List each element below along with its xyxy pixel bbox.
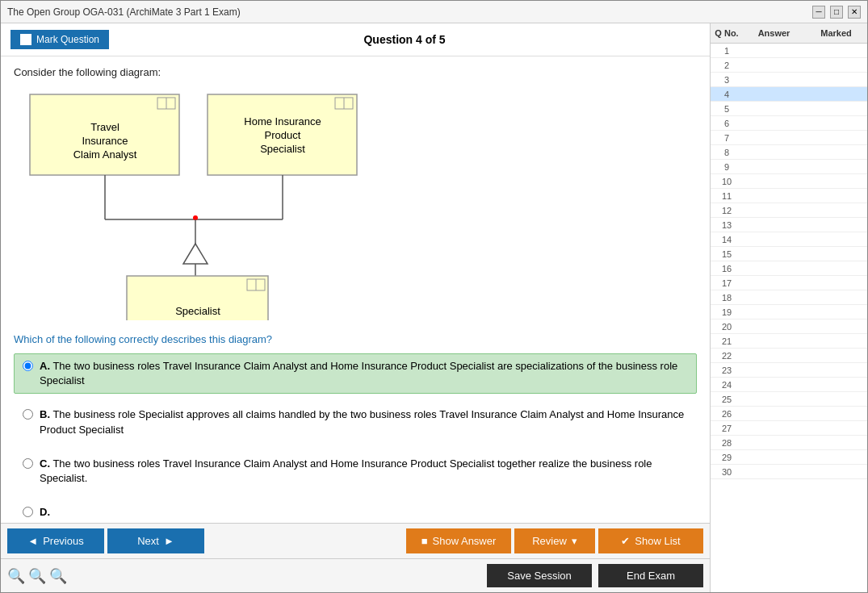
footer-right: Save Session End Exam [67, 564, 703, 587]
q-number: 17 [711, 276, 743, 290]
show-list-button[interactable]: ✔ Show List [598, 528, 703, 553]
radio-a[interactable] [23, 361, 33, 371]
q-marked [805, 436, 867, 449]
maximize-icon: □ [834, 7, 839, 16]
q-row[interactable]: 28 [711, 436, 867, 450]
diagram-svg: Travel Insurance Claim Analyst Home Insu… [14, 86, 393, 320]
q-row[interactable]: 27 [711, 421, 867, 436]
close-button[interactable]: ✕ [848, 6, 861, 19]
q-answer [743, 421, 805, 435]
save-session-button[interactable]: Save Session [487, 564, 592, 587]
option-b[interactable]: B. The business role Specialist approves… [14, 402, 697, 442]
show-answer-button[interactable]: ■ Show Answer [406, 528, 511, 553]
q-number: 19 [711, 305, 743, 319]
next-arrow-icon: ► [164, 535, 174, 547]
q-number: 13 [711, 218, 743, 232]
q-marked [805, 203, 867, 217]
q-row[interactable]: 30 [711, 465, 867, 479]
next-button[interactable]: Next ► [107, 528, 204, 553]
radio-d[interactable] [23, 507, 33, 517]
q-row[interactable]: 7 [711, 131, 867, 145]
review-label: Review [532, 535, 567, 547]
mark-question-button[interactable]: Mark Question [10, 30, 109, 49]
minimize-icon: ─ [816, 7, 821, 16]
q-number: 5 [711, 102, 743, 115]
q-row[interactable]: 4 [711, 87, 867, 102]
q-row[interactable]: 9 [711, 160, 867, 174]
maximize-button[interactable]: □ [830, 6, 843, 19]
end-exam-label: End Exam [627, 570, 675, 582]
q-row[interactable]: 12 [711, 203, 867, 218]
box1-text-line1: Travel [90, 121, 120, 133]
zoom-out-button[interactable]: 🔍 [7, 567, 25, 585]
review-arrow-icon: ▾ [572, 535, 577, 547]
q-answer [743, 160, 805, 173]
q-row[interactable]: 20 [711, 319, 867, 334]
end-exam-button[interactable]: End Exam [598, 564, 703, 587]
box3-text: Specialist [175, 305, 220, 317]
q-row[interactable]: 19 [711, 305, 867, 319]
q-row[interactable]: 13 [711, 218, 867, 232]
box1-text-line3: Claim Analyst [73, 148, 137, 161]
q-marked [805, 349, 867, 362]
radio-c[interactable] [23, 458, 33, 469]
q-row[interactable]: 24 [711, 378, 867, 392]
q-row[interactable]: 17 [711, 276, 867, 290]
q-row[interactable]: 26 [711, 407, 867, 421]
q-row[interactable]: 3 [711, 73, 867, 87]
q-marked [805, 160, 867, 173]
left-panel: Mark Question Question 4 of 5 Consider t… [1, 23, 710, 592]
q-marked [805, 247, 867, 261]
q-number: 6 [711, 116, 743, 130]
q-number: 3 [711, 73, 743, 86]
q-row[interactable]: 23 [711, 363, 867, 378]
q-answer [743, 189, 805, 203]
q-answer [743, 116, 805, 130]
q-marked [805, 218, 867, 232]
q-row[interactable]: 15 [711, 247, 867, 261]
q-row[interactable]: 14 [711, 232, 867, 247]
option-c[interactable]: C. The two business roles Travel Insuran… [14, 451, 697, 491]
q-marked [805, 378, 867, 391]
q-marked [805, 334, 867, 348]
question-area: Consider the following diagram: Travel I… [1, 56, 710, 523]
q-row[interactable]: 22 [711, 349, 867, 363]
q-marked [805, 189, 867, 203]
q-row[interactable]: 29 [711, 450, 867, 465]
q-number: 16 [711, 261, 743, 275]
q-row[interactable]: 16 [711, 261, 867, 276]
q-answer [743, 203, 805, 217]
q-row[interactable]: 25 [711, 392, 867, 407]
q-number: 27 [711, 421, 743, 435]
minimize-button[interactable]: ─ [812, 6, 825, 19]
zoom-in-button[interactable]: 🔍 [49, 567, 67, 585]
review-button[interactable]: Review ▾ [514, 528, 595, 553]
footer-bar: 🔍 🔍 🔍 Save Session End Exam [1, 558, 710, 592]
q-answer [743, 261, 805, 275]
q-marked [805, 407, 867, 420]
q-answer [743, 73, 805, 86]
q-row[interactable]: 11 [711, 189, 867, 203]
previous-button[interactable]: ◄ Previous [7, 528, 104, 553]
q-answer [743, 174, 805, 188]
q-row[interactable]: 2 [711, 58, 867, 73]
q-marked [805, 145, 867, 159]
q-row[interactable]: 5 [711, 102, 867, 116]
q-number: 23 [711, 363, 743, 377]
option-a[interactable]: A. The two business roles Travel Insuran… [14, 353, 697, 394]
q-row[interactable]: 1 [711, 44, 867, 58]
radio-b[interactable] [23, 409, 33, 420]
q-marked [805, 305, 867, 319]
q-answer [743, 218, 805, 232]
q-row[interactable]: 10 [711, 174, 867, 189]
main-content: Mark Question Question 4 of 5 Consider t… [1, 23, 867, 592]
zoom-reset-button[interactable]: 🔍 [28, 567, 46, 585]
q-answer [743, 407, 805, 420]
q-row[interactable]: 21 [711, 334, 867, 349]
q-marked [805, 392, 867, 406]
q-marked [805, 58, 867, 72]
q-row[interactable]: 6 [711, 116, 867, 131]
option-d[interactable]: D. [14, 499, 697, 523]
q-row[interactable]: 8 [711, 145, 867, 160]
q-row[interactable]: 18 [711, 290, 867, 305]
